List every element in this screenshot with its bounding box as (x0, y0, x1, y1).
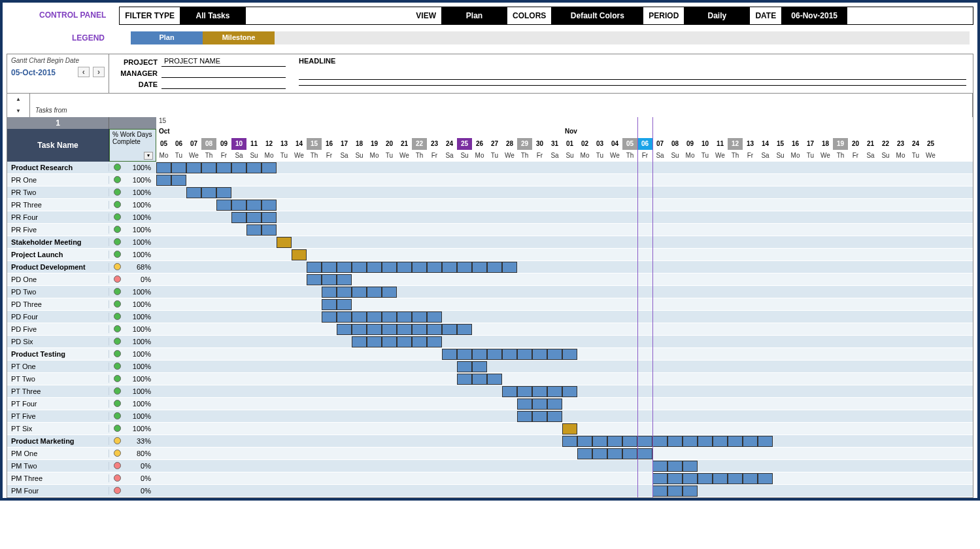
day-cell[interactable]: 17 (803, 138, 818, 150)
day-cell[interactable]: 12 (262, 138, 277, 150)
gantt-bar[interactable] (307, 274, 352, 285)
gantt-bar[interactable] (322, 287, 397, 298)
manager-value[interactable] (161, 68, 286, 78)
scroll-up-button[interactable] (7, 94, 30, 105)
gantt-bar[interactable] (277, 237, 292, 248)
day-cell[interactable]: 05 (156, 138, 171, 150)
task-row[interactable]: PM Three0% (7, 472, 156, 485)
day-cell[interactable]: 29 (517, 138, 532, 150)
day-cell[interactable]: 18 (352, 138, 367, 150)
day-cell[interactable]: 27 (487, 138, 502, 150)
gantt-bar[interactable] (442, 349, 577, 360)
day-cell[interactable]: 30 (532, 138, 547, 150)
gantt-bar[interactable] (216, 200, 277, 211)
task-row[interactable]: PD Three100% (7, 298, 156, 311)
task-row[interactable]: PD Six100% (7, 336, 156, 348)
day-cell[interactable]: 15 (773, 138, 788, 150)
task-row[interactable]: Stakeholder Meeting100% (7, 236, 156, 249)
task-row[interactable]: PR Four100% (7, 211, 156, 224)
task-row[interactable]: PT Three100% (7, 385, 156, 398)
task-row[interactable]: PD Two100% (7, 286, 156, 298)
day-cell[interactable]: 28 (502, 138, 517, 150)
day-cell[interactable]: 11 (713, 138, 728, 150)
task-row[interactable]: PT Two100% (7, 373, 156, 385)
gantt-bar[interactable] (517, 398, 562, 410)
gantt-bar[interactable] (352, 336, 442, 347)
day-cell[interactable]: 09 (216, 138, 231, 150)
gantt-bar[interactable] (562, 436, 773, 447)
day-cell[interactable]: 09 (683, 138, 698, 150)
day-cell[interactable]: 21 (863, 138, 878, 150)
day-cell[interactable]: 11 (246, 138, 262, 150)
task-row[interactable]: Product Research100% (7, 162, 156, 174)
task-row[interactable]: Product Testing100% (7, 348, 156, 361)
gantt-bar[interactable] (322, 311, 442, 323)
task-row[interactable]: PD One0% (7, 274, 156, 286)
headline-line2[interactable] (299, 85, 966, 86)
gantt-bar[interactable] (231, 212, 277, 223)
day-cell[interactable]: 01 (562, 138, 577, 150)
task-row[interactable]: PT One100% (7, 361, 156, 373)
day-cell[interactable]: 13 (277, 138, 292, 150)
day-cell[interactable]: 19 (367, 138, 382, 150)
day-cell[interactable]: 17 (337, 138, 352, 150)
day-cell[interactable]: 12 (728, 138, 743, 150)
gantt-bar[interactable] (156, 162, 277, 173)
pct-dropdown-icon[interactable]: ▾ (144, 152, 153, 160)
task-row[interactable]: PR Two100% (7, 186, 156, 199)
day-cell[interactable]: 06 (637, 138, 652, 150)
task-row[interactable]: PD Five100% (7, 323, 156, 336)
headline-line1[interactable] (299, 79, 966, 80)
day-cell[interactable]: 23 (893, 138, 908, 150)
task-row[interactable]: PR One100% (7, 174, 156, 186)
task-row[interactable]: PR Five100% (7, 224, 156, 236)
day-cell[interactable]: 19 (833, 138, 848, 150)
day-cell[interactable]: 23 (427, 138, 442, 150)
day-cell[interactable]: 10 (231, 138, 246, 150)
task-row[interactable]: Product Marketing33% (7, 435, 156, 448)
day-cell[interactable]: 20 (848, 138, 863, 150)
day-cell[interactable]: 02 (577, 138, 592, 150)
day-cell[interactable]: 07 (652, 138, 667, 150)
task-row[interactable]: PT Four100% (7, 398, 156, 410)
gantt-bar[interactable] (307, 262, 517, 273)
gantt-bar[interactable] (652, 486, 698, 497)
day-cell[interactable]: 10 (698, 138, 713, 150)
day-cell[interactable]: 15 (307, 138, 322, 150)
gantt-bar[interactable] (652, 461, 698, 472)
colors-value[interactable]: Default Colors (551, 7, 643, 24)
gantt-bar[interactable] (156, 175, 186, 186)
day-cell[interactable]: 03 (592, 138, 607, 150)
day-cell[interactable]: 22 (878, 138, 893, 150)
gantt-bar[interactable] (457, 361, 487, 372)
gantt-bar[interactable] (502, 386, 577, 397)
task-row[interactable]: PR Three100% (7, 199, 156, 211)
day-cell[interactable]: 04 (607, 138, 622, 150)
day-cell[interactable]: 16 (322, 138, 337, 150)
task-row[interactable]: PM Four0% (7, 485, 156, 497)
date-value[interactable]: 06-Nov-2015 (781, 7, 847, 24)
day-cell[interactable]: 14 (758, 138, 773, 150)
day-cell[interactable]: 31 (547, 138, 562, 150)
day-cell[interactable]: 16 (788, 138, 803, 150)
gantt-bar[interactable] (562, 423, 577, 434)
day-cell[interactable]: 25 (923, 138, 938, 150)
gantt-bar[interactable] (322, 299, 352, 310)
view-value[interactable]: Plan (441, 7, 507, 24)
period-value[interactable]: Daily (684, 7, 749, 24)
day-cell[interactable]: 25 (457, 138, 472, 150)
next-date-button[interactable]: › (93, 67, 105, 77)
task-row[interactable]: PM Two0% (7, 460, 156, 472)
day-cell[interactable]: 24 (908, 138, 923, 150)
task-row[interactable]: Product Development68% (7, 261, 156, 274)
task-row[interactable]: PD Four100% (7, 311, 156, 323)
day-cell[interactable]: 14 (292, 138, 307, 150)
day-cell[interactable]: 24 (442, 138, 457, 150)
day-cell[interactable]: 22 (412, 138, 427, 150)
gantt-bar[interactable] (246, 224, 277, 236)
gantt-bar[interactable] (577, 448, 652, 459)
day-cell[interactable]: 20 (382, 138, 397, 150)
gantt-bar[interactable] (337, 324, 472, 335)
day-cell[interactable]: 26 (472, 138, 487, 150)
day-cell[interactable]: 21 (397, 138, 412, 150)
